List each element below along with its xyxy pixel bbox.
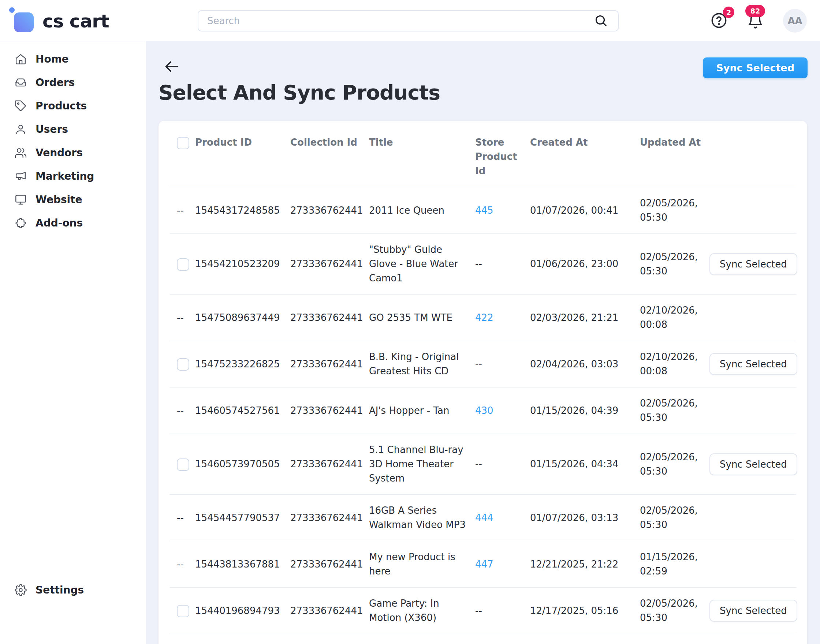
- sidebar-item-label: Home: [35, 53, 69, 65]
- row-updated-at: 02/05/2026, 05:30: [640, 187, 709, 234]
- logo-text: cs cart: [43, 11, 109, 32]
- column-header-created-at: Created At: [530, 121, 640, 187]
- gear-icon: [15, 584, 27, 596]
- search-input[interactable]: [198, 10, 619, 31]
- row-product-id: 15475089637449: [195, 294, 290, 341]
- row-created-at: 01/15/2026, 04:34: [530, 434, 640, 495]
- row-title: 16GB A Series Walkman Video MP3: [369, 495, 475, 541]
- main-content: Sync Selected Select And Sync Products P…: [146, 41, 820, 644]
- row-product-id: 15454457790537: [195, 495, 290, 541]
- sidebar-item-marketing[interactable]: Marketing: [0, 164, 146, 188]
- sidebar-item-addons[interactable]: Add-ons: [0, 211, 146, 235]
- store-product-empty: --: [475, 605, 482, 616]
- sidebar-item-users[interactable]: Users: [0, 118, 146, 141]
- sync-selected-button[interactable]: Sync Selected: [703, 57, 808, 78]
- logo-icon: [14, 12, 34, 32]
- row-collection-id: 273336762441: [290, 187, 369, 234]
- row-product-id: 15460574527561: [195, 388, 290, 434]
- user-icon: [15, 123, 27, 135]
- store-product-link[interactable]: 430: [475, 405, 493, 416]
- help-badge: 2: [723, 6, 734, 18]
- row-checkbox[interactable]: [177, 458, 189, 471]
- table-row: --15443813367881273336762441My new Produ…: [169, 541, 796, 588]
- row-product-id: 15454210523209: [195, 234, 290, 294]
- row-created-at: 01/07/2026, 03:13: [530, 495, 640, 541]
- search-bar: [198, 10, 619, 31]
- row-sync-button[interactable]: Sync Selected: [709, 253, 797, 275]
- row-updated-at: 02/10/2026, 00:08: [640, 294, 709, 341]
- row-product-id: 15443813367881: [195, 541, 290, 588]
- row-sync-button[interactable]: Sync Selected: [709, 353, 797, 375]
- column-header-store-product-id: Store Product Id: [475, 121, 530, 187]
- row-title: AJ's Hopper - Tan: [369, 388, 475, 434]
- row-created-at: 01/06/2026, 23:00: [530, 234, 640, 294]
- table-row: 15475233226825273336762441B.B. King - Or…: [169, 341, 796, 388]
- row-title: 5.1 Channel Blu-ray 3D Home Theater Syst…: [369, 634, 475, 644]
- select-all-checkbox[interactable]: [177, 137, 189, 149]
- row-collection-id: 273336762441: [290, 495, 369, 541]
- row-created-at: 02/03/2026, 21:21: [530, 294, 640, 341]
- store-product-empty: --: [475, 458, 482, 469]
- sidebar-item-home[interactable]: Home: [0, 47, 146, 71]
- app-logo[interactable]: cs cart: [14, 0, 109, 41]
- row-collection-id: 273336762441: [290, 234, 369, 294]
- table-row: 154605739705052733367624415.1 Channel Bl…: [169, 434, 796, 495]
- sidebar-item-orders[interactable]: Orders: [0, 71, 146, 94]
- sidebar-item-website[interactable]: Website: [0, 188, 146, 211]
- sidebar-item-label: Website: [35, 193, 82, 205]
- store-product-link[interactable]: 422: [475, 312, 493, 323]
- sidebar: Home Orders Products: [0, 41, 146, 644]
- table-row: 15454210523209273336762441"Stubby" Guide…: [169, 234, 796, 294]
- search-icon[interactable]: [594, 14, 608, 28]
- table-row: 15440196894793273336762441Game Party: In…: [169, 588, 796, 634]
- row-product-id: 15460573970505: [195, 434, 290, 495]
- user-avatar[interactable]: AA: [783, 9, 807, 32]
- users-icon: [15, 147, 27, 159]
- store-product-link[interactable]: 447: [475, 559, 493, 570]
- row-updated-at: 02/05/2026, 05:30: [640, 234, 709, 294]
- back-button[interactable]: [163, 58, 180, 75]
- no-select-placeholder: --: [177, 205, 184, 216]
- no-select-placeholder: --: [177, 512, 184, 523]
- products-table: Product ID Collection Id Title Store Pro…: [169, 121, 796, 644]
- row-collection-id: 273336762441: [290, 388, 369, 434]
- row-checkbox[interactable]: [177, 258, 189, 271]
- notifications-button[interactable]: 82: [747, 12, 764, 30]
- row-created-at: 12/17/2025, 05:16: [530, 588, 640, 634]
- row-updated-at: 02/05/2026, 05:30: [640, 588, 709, 634]
- store-product-link[interactable]: 445: [475, 205, 493, 216]
- store-product-empty: --: [475, 258, 482, 269]
- table-row: --154543172485852733367624412011 Ice Que…: [169, 187, 796, 234]
- column-header-updated-at: Updated At: [640, 121, 709, 187]
- row-collection-id: 273336762441: [290, 294, 369, 341]
- row-sync-button[interactable]: Sync Selected: [709, 453, 797, 475]
- row-checkbox[interactable]: [177, 358, 189, 371]
- row-title: 5.1 Channel Blu-ray 3D Home Theater Syst…: [369, 434, 475, 495]
- table-row: --15475089637449273336762441GO 2535 TM W…: [169, 294, 796, 341]
- megaphone-icon: [15, 170, 27, 182]
- row-sync-button[interactable]: Sync Selected: [709, 600, 797, 622]
- row-checkbox[interactable]: [177, 605, 189, 617]
- row-collection-id: 273336762441: [290, 341, 369, 388]
- store-product-link[interactable]: 444: [475, 512, 493, 523]
- sidebar-item-products[interactable]: Products: [0, 94, 146, 118]
- topbar: cs cart 2 82 AA: [0, 0, 820, 41]
- row-title: 2011 Ice Queen: [369, 187, 475, 234]
- row-product-id: 15440196894793: [195, 588, 290, 634]
- table-header-row: Product ID Collection Id Title Store Pro…: [169, 121, 796, 187]
- column-header-actions: [709, 121, 796, 187]
- table-row: 154752321782492733367624415.1 Channel Bl…: [169, 634, 796, 644]
- row-title: GO 2535 TM WTE: [369, 294, 475, 341]
- help-button[interactable]: 2: [710, 12, 728, 29]
- row-updated-at: 02/05/2026, 05:30: [640, 495, 709, 541]
- row-created-at: 02/04/2026, 03:03: [530, 341, 640, 388]
- home-icon: [15, 53, 27, 65]
- page-title: Select And Sync Products: [158, 81, 440, 104]
- sidebar-item-vendors[interactable]: Vendors: [0, 141, 146, 164]
- sidebar-item-settings[interactable]: Settings: [0, 578, 146, 601]
- row-collection-id: 273336762441: [290, 588, 369, 634]
- row-updated-at: 02/05/2026, 05:30: [640, 434, 709, 495]
- row-product-id: 15454317248585: [195, 187, 290, 234]
- row-updated-at: 02/10/2026, 00:08: [640, 634, 709, 644]
- column-header-title: Title: [369, 121, 475, 187]
